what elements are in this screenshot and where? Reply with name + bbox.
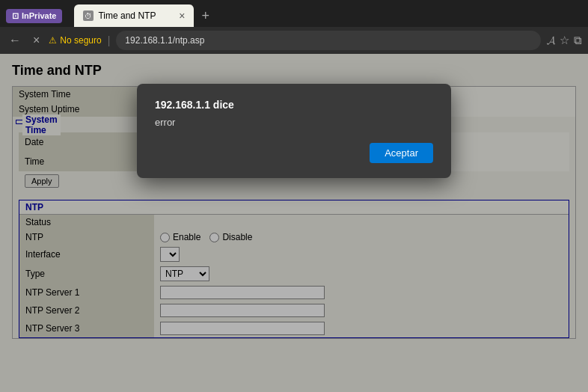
address-input[interactable] — [116, 31, 541, 50]
address-bar: ← × ⚠ No seguro | 𝓐 ☆ ⧉ — [0, 27, 588, 54]
dialog-message: error — [155, 117, 433, 128]
browser-toolbar: 𝓐 ☆ ⧉ — [547, 34, 582, 47]
dialog-overlay: 192.168.1.1 dice error Aceptar — [0, 54, 588, 392]
read-aloud-icon[interactable]: 𝓐 — [547, 34, 555, 47]
page-content: Time and NTP System Time 1 Januar System… — [0, 54, 588, 392]
warning-icon: ⚠ — [49, 35, 57, 46]
browser-chrome: ⊡ InPrivate ⏱ Time and NTP × + ← × ⚠ No … — [0, 0, 588, 54]
favorites-icon[interactable]: ☆ — [560, 34, 569, 47]
inprivate-label: InPrivate — [22, 11, 56, 20]
security-label: No seguro — [60, 35, 101, 46]
back-button[interactable]: ← — [6, 32, 24, 49]
address-separator: | — [108, 34, 111, 46]
inprivate-icon: ⊡ — [12, 11, 19, 21]
dialog-ok-button[interactable]: Aceptar — [370, 143, 433, 163]
tab-title-text: Time and NTP — [98, 10, 156, 21]
security-badge: ⚠ No seguro — [49, 35, 101, 46]
dialog-title: 192.168.1.1 dice — [155, 99, 433, 111]
alert-dialog: 192.168.1.1 dice error Aceptar — [137, 84, 451, 178]
tab-favicon: ⏱ — [83, 10, 94, 21]
inprivate-badge: ⊡ InPrivate — [6, 9, 62, 23]
split-screen-icon[interactable]: ⧉ — [574, 34, 582, 47]
active-tab[interactable]: ⏱ Time and NTP × — [74, 4, 194, 27]
new-tab-button[interactable]: + — [197, 7, 214, 25]
reload-button[interactable]: × — [30, 32, 43, 49]
tab-close-button[interactable]: × — [179, 10, 185, 22]
tab-bar: ⊡ InPrivate ⏱ Time and NTP × + — [0, 0, 588, 27]
dialog-actions: Aceptar — [155, 143, 433, 163]
